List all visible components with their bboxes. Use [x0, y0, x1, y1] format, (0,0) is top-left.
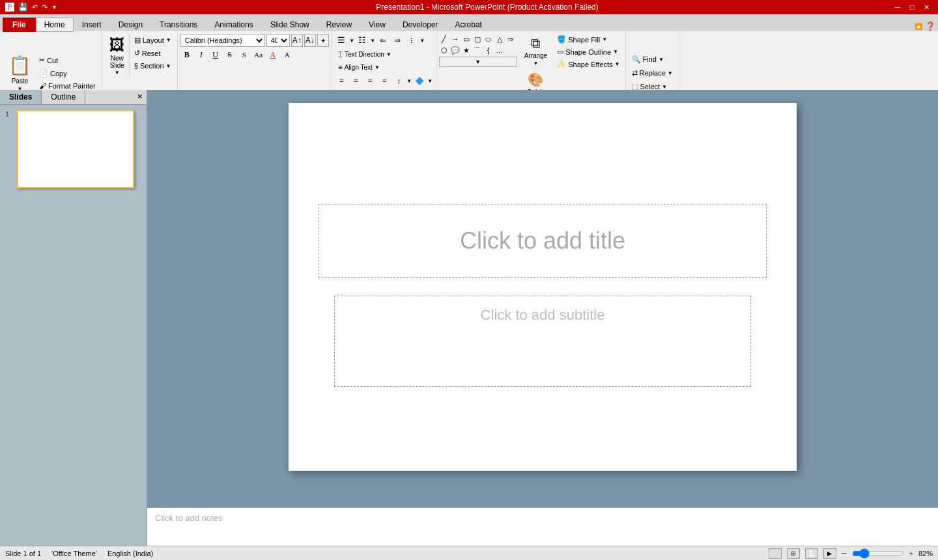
- zoom-slider[interactable]: [852, 549, 904, 558]
- tab-insert[interactable]: Insert: [74, 17, 110, 31]
- shadow-button[interactable]: S: [238, 48, 251, 61]
- bold-button[interactable]: B: [180, 48, 193, 61]
- tab-slideshow[interactable]: Slide Show: [262, 17, 318, 31]
- align-center-button[interactable]: ≡: [349, 74, 362, 87]
- shape-pentagon[interactable]: ⬠: [439, 45, 449, 55]
- reading-view-button[interactable]: 📄: [805, 548, 818, 559]
- arrange-button[interactable]: ⧉ Arrange ▼: [520, 34, 552, 68]
- slide-sorter-button[interactable]: ⊞: [787, 548, 800, 559]
- cut-button[interactable]: ✂ Cut: [36, 54, 99, 66]
- replace-button[interactable]: ⇄ Replace ▼: [629, 67, 676, 79]
- slideshow-button[interactable]: ▶: [823, 548, 836, 559]
- underline-button[interactable]: U: [209, 48, 222, 61]
- shape-arrow[interactable]: →: [450, 34, 461, 44]
- reset-button[interactable]: ↺ Reset: [131, 47, 175, 59]
- columns-dropdown[interactable]: ▼: [419, 38, 425, 44]
- title-placeholder[interactable]: Click to add title: [319, 204, 767, 278]
- zoom-out-button[interactable]: ─: [842, 550, 847, 557]
- dec-indent-button[interactable]: ⇐: [377, 34, 390, 47]
- font-size-select[interactable]: 40: [266, 34, 290, 47]
- shape-right-arrow[interactable]: ⇒: [505, 34, 516, 44]
- quick-access-more[interactable]: ▼: [51, 4, 57, 10]
- notes-area[interactable]: Click to add notes: [147, 507, 938, 546]
- tab-slides[interactable]: Slides: [0, 90, 42, 104]
- convert-smartart-button[interactable]: 🔷: [413, 74, 426, 87]
- italic-button[interactable]: I: [195, 48, 208, 61]
- subtitle-placeholder[interactable]: Click to add subtitle: [334, 296, 751, 387]
- shape-expand-btn[interactable]: ▼: [439, 57, 517, 67]
- new-slide-icon: 🖼: [109, 36, 125, 54]
- shape-fill-label: Shape Fill: [568, 36, 600, 44]
- numbering-dropdown[interactable]: ▼: [370, 38, 375, 44]
- zoom-in-button[interactable]: +: [909, 550, 913, 557]
- shape-fill-button[interactable]: 🪣 Shape Fill ▼: [554, 34, 622, 45]
- maximize-button[interactable]: □: [905, 2, 918, 12]
- slide-thumb-container: 1: [5, 110, 141, 188]
- new-slide-dropdown[interactable]: ▼: [115, 70, 120, 76]
- slide-thumbnail[interactable]: [17, 110, 134, 188]
- numbering-button[interactable]: ☷: [356, 34, 369, 47]
- tab-review[interactable]: Review: [318, 17, 360, 31]
- shape-effects-button[interactable]: ✨ Shape Effects ▼: [554, 59, 622, 70]
- shape-brace[interactable]: {: [483, 45, 494, 55]
- tab-file[interactable]: File: [3, 18, 36, 32]
- tab-design[interactable]: Design: [110, 17, 151, 31]
- font-color-button[interactable]: A: [266, 48, 279, 61]
- inc-indent-button[interactable]: ⇒: [391, 34, 404, 47]
- shape-rounded-rect[interactable]: ▢: [472, 34, 483, 44]
- slide-number: 1: [5, 110, 13, 118]
- panel-close-button[interactable]: ✕: [133, 90, 147, 104]
- tab-view[interactable]: View: [360, 17, 394, 31]
- shape-callout[interactable]: 💬: [450, 45, 461, 55]
- close-button[interactable]: ✕: [920, 2, 933, 12]
- line-spacing-dropdown[interactable]: ▼: [406, 78, 412, 84]
- normal-view-button[interactable]: ⬜: [769, 548, 782, 559]
- format-painter-icon: 🖌: [39, 82, 46, 90]
- text-direction-button[interactable]: ⌶ Text Direction ▼: [335, 48, 395, 60]
- section-button[interactable]: § Section ▼: [131, 60, 175, 72]
- tab-transitions[interactable]: Transitions: [151, 17, 206, 31]
- shape-rect[interactable]: ▭: [461, 34, 472, 44]
- quick-styles-icon: 🎨: [528, 72, 544, 87]
- shape-star[interactable]: ★: [461, 45, 472, 55]
- help-icon[interactable]: ❓: [925, 21, 935, 31]
- shape-more[interactable]: …: [494, 45, 505, 55]
- copy-button[interactable]: 📄 Copy: [36, 67, 99, 79]
- shape-connector[interactable]: ⌒: [472, 45, 483, 55]
- redo-icon[interactable]: ↷: [42, 3, 48, 12]
- shape-outline-button[interactable]: ▭ Shape Outline ▼: [554, 46, 622, 57]
- align-text-button[interactable]: ≡ Align Text ▼: [335, 61, 383, 73]
- tab-acrobat[interactable]: Acrobat: [447, 17, 490, 31]
- shape-oval[interactable]: ⬭: [483, 34, 494, 44]
- font-clear-button[interactable]: ✦: [317, 34, 329, 47]
- help-minimize-ribbon[interactable]: 🔼: [915, 23, 922, 30]
- highlight-button[interactable]: A: [281, 48, 294, 61]
- shape-triangle[interactable]: △: [494, 34, 505, 44]
- change-case-button[interactable]: Aa: [252, 48, 265, 61]
- columns-button[interactable]: ⫶: [405, 34, 418, 47]
- line-spacing-button[interactable]: ↕: [392, 74, 405, 87]
- bullets-dropdown[interactable]: ▼: [349, 38, 354, 44]
- new-slide-button[interactable]: 🖼 New Slide ▼: [105, 34, 130, 77]
- font-name-select[interactable]: Calibri (Headings): [180, 34, 265, 47]
- shape-line[interactable]: ╱: [439, 34, 449, 44]
- align-right-button[interactable]: ≡: [363, 74, 377, 87]
- convert-dropdown[interactable]: ▼: [427, 78, 433, 84]
- strikethrough-button[interactable]: S: [223, 48, 236, 61]
- tab-animations[interactable]: Animations: [206, 17, 261, 31]
- undo-icon[interactable]: ↶: [32, 3, 38, 12]
- tab-developer[interactable]: Developer: [394, 17, 447, 31]
- tab-home[interactable]: Home: [36, 18, 74, 32]
- minimize-button[interactable]: ─: [891, 2, 904, 12]
- find-button[interactable]: 🔍 Find ▼: [629, 53, 667, 66]
- layout-button[interactable]: ▤ Layout ▼: [131, 34, 175, 46]
- bullets-button[interactable]: ☰: [335, 34, 348, 47]
- font-grow-button[interactable]: A↑: [291, 34, 303, 47]
- tab-outline[interactable]: Outline: [42, 90, 85, 104]
- zoom-level[interactable]: 82%: [918, 550, 933, 557]
- justify-button[interactable]: ≡: [378, 74, 391, 87]
- align-left-button[interactable]: ≡: [335, 74, 348, 87]
- font-shrink-button[interactable]: A↓: [304, 34, 316, 47]
- slide-canvas[interactable]: Click to add title Click to add subtitle: [289, 103, 797, 471]
- quick-save-icon[interactable]: 💾: [18, 3, 28, 12]
